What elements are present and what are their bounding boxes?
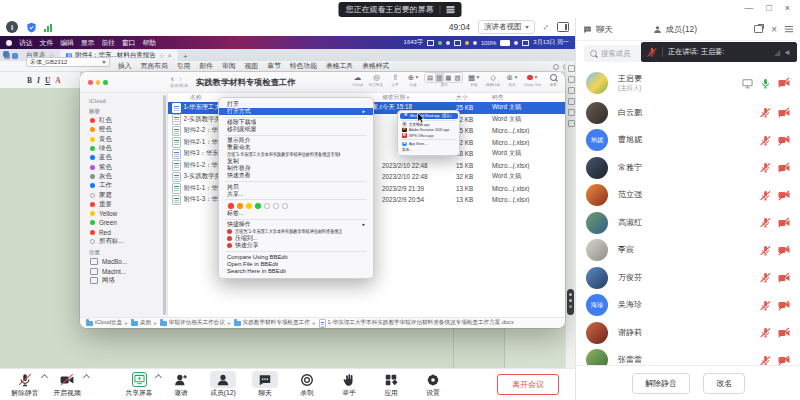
finder-tool-airdrop[interactable]: ◎隔空投送 — [368, 73, 384, 87]
sidebar-item[interactable]: 黄色 — [80, 135, 167, 144]
menubar-item[interactable]: 前往 — [101, 38, 115, 48]
menubar-item[interactable]: 访达 — [19, 38, 33, 48]
path-item[interactable]: 审核评估相关工作会议 — [160, 319, 225, 327]
sidebar-item[interactable]: 所有标... — [80, 237, 167, 246]
sidebar-item[interactable]: 绿色 — [80, 144, 167, 153]
ribbon-tab[interactable]: 表格样式 — [362, 61, 389, 71]
finder-tool-connect[interactable]: ⊕连接 — [406, 73, 420, 87]
menu-item[interactable]: 压缩到... — [219, 235, 373, 242]
member-row[interactable]: 谢静莉 — [576, 319, 800, 347]
minimize-window-icon[interactable] — [96, 80, 101, 85]
wps-right-tool-icon[interactable] — [568, 87, 575, 94]
tag-color-dot[interactable] — [255, 203, 261, 209]
sidebar-item[interactable]: MacBo... — [80, 257, 167, 266]
finder-tool-red[interactable]: Unzip One — [523, 73, 542, 87]
banner-menu-icon[interactable] — [447, 6, 455, 7]
member-row[interactable]: 旭妮曹旭妮 — [576, 127, 800, 155]
menubar-extra-icon[interactable] — [454, 40, 461, 46]
close-window-icon[interactable] — [88, 80, 93, 85]
finder-tool-share[interactable]: ⇧共享 — [388, 73, 402, 87]
sidebar-item[interactable]: Green — [80, 218, 167, 227]
tag-color-dot[interactable] — [246, 203, 252, 209]
ribbon-tab[interactable]: 审阅 — [222, 61, 236, 71]
finder-tool-cloud[interactable]: ☁iCloud — [350, 73, 364, 87]
ribbon-tab[interactable]: 插入 — [118, 61, 132, 71]
path-item[interactable]: iCloud云盘 — [86, 319, 122, 327]
toolbar-sharescreen-button[interactable]: 共享屏幕 — [118, 371, 160, 398]
sidebar-item[interactable]: Red — [80, 228, 167, 237]
screen-record-icon[interactable] — [522, 40, 529, 46]
wps-font-select[interactable]: 宋体_GB2312 — [26, 57, 110, 67]
toolbar-invite-button[interactable]: 邀请 — [160, 371, 202, 398]
path-item[interactable]: 桌面 — [131, 319, 151, 327]
sidebar-item[interactable]: 紫色 — [80, 162, 167, 171]
wps-right-tool-icon[interactable] — [568, 98, 575, 105]
menubar-item[interactable]: 文件 — [40, 38, 54, 48]
wps-right-tool-icon[interactable] — [568, 76, 575, 83]
toolbar-grid-button[interactable]: 应用 — [370, 371, 412, 398]
member-row[interactable]: 万俊芬 — [576, 264, 800, 292]
sidebar-item[interactable]: Macint... — [80, 266, 167, 275]
unmute-button[interactable]: 解除静音 — [632, 373, 690, 394]
toast-icon[interactable]: ◄ — [783, 48, 791, 57]
close-panel-icon[interactable]: × — [771, 24, 777, 35]
sidebar-scrollbar[interactable] — [163, 95, 166, 315]
wps-right-tool-icon[interactable] — [568, 65, 575, 72]
toolbar-cam-button[interactable]: 开启视频 — [46, 371, 88, 398]
menubar-extra-icon[interactable] — [465, 41, 469, 45]
menubar-extra-icon[interactable] — [473, 41, 477, 45]
sidebar-item[interactable]: 家庭 — [80, 190, 167, 199]
column-kind[interactable]: 种类 — [492, 93, 565, 102]
sidebar-item[interactable]: 橙色 — [80, 125, 167, 134]
underline-button[interactable]: U — [45, 76, 50, 85]
finder-tool-search[interactable]: 搜索 — [546, 73, 560, 87]
menu-item[interactable]: 显示简介 — [219, 137, 373, 144]
menu-item[interactable]: 压缩“1-华东理工大学本科实践教学审核评估材料准备情况专项检查工作方案.docx… — [219, 151, 373, 158]
menu-item[interactable]: 移除下载项 — [219, 119, 373, 126]
member-row[interactable]: 范立强 — [576, 182, 800, 210]
sidebar-item[interactable]: 灰色 — [80, 172, 167, 181]
menu-item[interactable]: 打开 — [219, 101, 373, 108]
column-date[interactable]: 修改日期 ▾ — [382, 93, 456, 102]
ribbon-tab[interactable]: 特色功能 — [290, 61, 317, 71]
meeting-info-icon[interactable]: i — [6, 21, 18, 33]
menubar-extra-icon[interactable] — [427, 40, 434, 46]
finder-tool-viewgroup[interactable]: ▤▥▦▧显示 — [424, 73, 463, 87]
finder-tool-tag[interactable]: ◇编辑标签 — [485, 73, 501, 87]
ribbon-tab[interactable]: 邮件 — [199, 61, 213, 71]
control-center-icon[interactable] — [514, 41, 518, 45]
close-tab-icon[interactable]: × — [168, 52, 172, 59]
rename-button[interactable]: 改名 — [703, 373, 745, 394]
leave-meeting-button[interactable]: 离开会议 — [497, 374, 559, 395]
member-row[interactable]: 季宸 — [576, 237, 800, 265]
tag-color-dot[interactable] — [228, 203, 234, 209]
menu-item[interactable]: 标签... — [219, 210, 373, 217]
sidebar-item[interactable]: 网络 — [80, 276, 167, 285]
menu-item[interactable]: 快速分享 — [219, 242, 373, 249]
bold-button[interactable]: B — [27, 76, 32, 85]
wps-side-icon[interactable] — [3, 51, 9, 57]
font-color-button[interactable]: A — [55, 76, 60, 85]
member-row[interactable]: 王启要(主持人) — [576, 66, 800, 99]
toast-icon[interactable]: ◢ — [774, 48, 780, 57]
ribbon-tab[interactable]: 视图 — [245, 61, 259, 71]
menu-item[interactable]: 重新命名 — [219, 144, 373, 151]
toolbar-person-button[interactable]: 成员(12) — [202, 371, 244, 398]
menubar-extra-icon[interactable] — [438, 41, 442, 45]
member-row[interactable]: 常雅宁 — [576, 154, 800, 182]
finder-tool-action[interactable]: ⊛操作 — [505, 73, 519, 87]
open-with-item[interactable]: 其他... — [398, 147, 459, 153]
menu-item[interactable]: 快捷操作▸ — [219, 221, 373, 228]
open-with-item[interactable]: WWPS Office.app — [398, 133, 459, 139]
star-icon[interactable]: ☆ — [159, 52, 165, 60]
toolbar-record-button[interactable]: 录制 — [286, 371, 328, 398]
sidebar-item[interactable]: 工作 — [80, 181, 167, 190]
menu-item[interactable]: 移到废纸篓 — [219, 126, 373, 133]
security-shield-icon[interactable] — [25, 21, 37, 33]
menu-item[interactable]: 快速查看 — [219, 172, 373, 179]
tag-color-dot[interactable] — [237, 203, 243, 209]
ribbon-tab[interactable]: 表格工具 — [326, 61, 353, 71]
close-button[interactable]: × — [785, 2, 790, 15]
view-mode-dropdown[interactable]: 演讲者视图 — [478, 20, 535, 34]
panel-menu-icon[interactable] — [785, 26, 793, 27]
